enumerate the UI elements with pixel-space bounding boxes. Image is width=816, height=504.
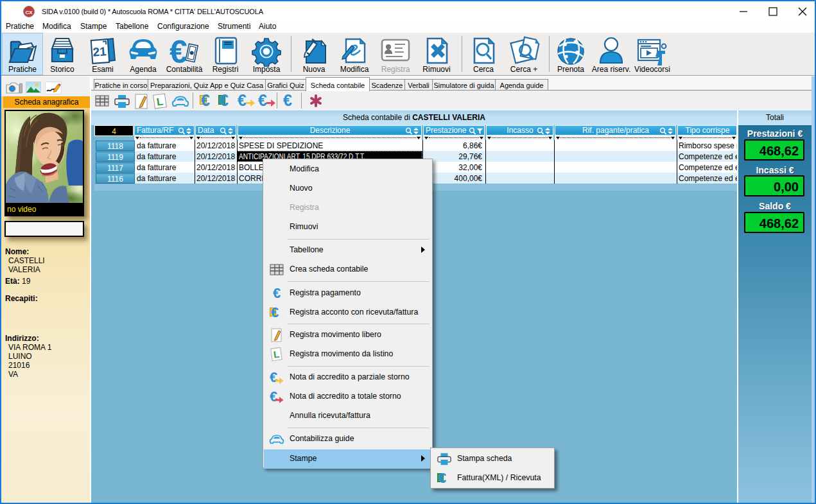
svg-text:CX: CX xyxy=(25,10,33,15)
svg-text:21: 21 xyxy=(92,44,107,58)
svg-text:€: € xyxy=(169,36,187,65)
